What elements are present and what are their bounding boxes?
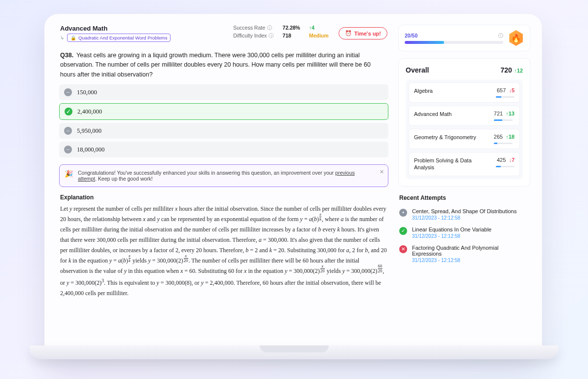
timer-label: Time's up!	[354, 31, 381, 37]
streak-flame-icon: 🔥	[508, 30, 524, 46]
choice-label: 5,950,000	[77, 127, 102, 135]
timer-badge: ⏰ Time's up!	[339, 27, 387, 39]
info-icon[interactable]: i	[269, 33, 274, 38]
category-bar	[496, 96, 515, 98]
minus-icon: −	[64, 88, 72, 96]
progress-fill	[405, 41, 444, 44]
overall-delta: ↑12	[514, 68, 523, 74]
category-bar-fill	[494, 143, 498, 144]
breadcrumb-arrow-icon: ↳	[60, 35, 64, 40]
explanation-body: Let y represent the number of cells per …	[56, 204, 391, 299]
category-score: 721	[494, 111, 503, 116]
success-rate-delta: ↑4	[309, 25, 329, 31]
congrats-banner: 🎉 Congratulations! You've successfully e…	[59, 164, 388, 187]
subject-title: Advanced Math	[60, 25, 223, 32]
category-item[interactable]: Geometry & Trigonometry 265 ↑18	[409, 129, 520, 149]
overall-score: 720	[500, 66, 512, 74]
info-icon[interactable]: i	[267, 25, 272, 30]
attempt-title: Linear Equations In One Variable	[412, 227, 491, 232]
minus-icon: −	[64, 127, 72, 135]
recent-attempts-section: Recent Attempts • Center, Spread, And Sh…	[398, 193, 530, 266]
progress-count: 20/50	[405, 33, 417, 38]
recent-heading: Recent Attempts	[399, 194, 529, 201]
overall-card: Overall 720 ↑12 Algebra 657 ↓5 Advance	[398, 58, 530, 187]
answer-choice[interactable]: − 5,950,000	[59, 123, 388, 139]
difficulty-label: Difficulty Indexi	[233, 33, 274, 38]
recent-attempt-item[interactable]: ✕ Factoring Quadratic And Polynomial Exp…	[398, 242, 530, 266]
minus-icon: −	[64, 146, 72, 153]
category-item[interactable]: Algebra 657 ↓5	[409, 82, 520, 103]
category-bar-fill	[494, 119, 502, 121]
categories-list: Algebra 657 ↓5 Advanced Math 721 ↑13 Geo…	[406, 79, 523, 179]
choice-label: 150,000	[77, 89, 97, 96]
category-score: 265	[494, 134, 503, 140]
answer-choice[interactable]: − 150,000	[59, 84, 388, 100]
app-window: Advanced Math ↳ 🔒 Quadratic And Exponent…	[44, 14, 542, 359]
category-name: Algebra	[414, 87, 492, 94]
progress-bar	[405, 41, 503, 44]
attempt-date: 31/12/2023 - 12:12:58	[412, 233, 491, 239]
alarm-icon: ⏰	[345, 30, 352, 37]
question-text: Yeast cells are growing in a liquid grow…	[60, 52, 371, 78]
success-rate-value: 72.28%	[282, 25, 300, 31]
topic-tag[interactable]: 🔒 Quadratic And Exponential Word Problem…	[67, 34, 171, 42]
category-score: 425	[497, 157, 506, 163]
category-bar-fill	[496, 96, 501, 98]
category-delta: ↑13	[506, 111, 515, 116]
difficulty-value: 718	[282, 33, 300, 38]
category-item[interactable]: Problem Solving & Data Analysis 425 ↓7	[409, 152, 520, 176]
recent-attempt-item[interactable]: ✓ Linear Equations In One Variable 31/12…	[398, 224, 530, 242]
device-notch	[260, 345, 329, 352]
success-rate-label: Success Ratei	[233, 25, 274, 31]
category-name: Advanced Math	[414, 111, 490, 117]
stats-grid: Success Ratei 72.28% ↑4 Difficulty Index…	[233, 25, 328, 38]
close-icon[interactable]: ✕	[380, 169, 384, 175]
topic-tag-label: Quadratic And Exponential Word Problems	[78, 35, 167, 40]
choice-label: 2,400,000	[77, 108, 102, 115]
check-icon: ✓	[65, 108, 72, 115]
attempt-title: Center, Spread, And Shape Of Distributio…	[412, 208, 517, 214]
category-item[interactable]: Advanced Math 721 ↑13	[409, 106, 520, 126]
attempt-status-icon: ✕	[399, 245, 407, 253]
category-name: Problem Solving & Data Analysis	[414, 157, 492, 171]
answer-choices: − 150,000 ✓ 2,400,000 − 5,950,000 − 18,0…	[56, 84, 391, 157]
category-delta: ↑18	[506, 134, 515, 140]
answer-choice[interactable]: − 18,000,000	[59, 142, 388, 157]
attempt-status-icon: ✓	[399, 227, 407, 235]
category-bar-fill	[496, 166, 501, 167]
category-bar	[494, 143, 513, 144]
overall-title: Overall	[406, 66, 429, 74]
main-content: Advanced Math ↳ 🔒 Quadratic And Exponent…	[56, 25, 391, 348]
question-header: Advanced Math ↳ 🔒 Quadratic And Exponent…	[56, 25, 391, 46]
question-number: Q38.	[60, 52, 73, 59]
category-name: Geometry & Trigonometry	[414, 134, 490, 141]
lock-icon: 🔒	[70, 35, 76, 40]
progress-card: 20/50 i 🔥	[398, 25, 530, 51]
attempt-status-icon: •	[399, 209, 407, 217]
category-bar	[496, 166, 515, 167]
choice-label: 18,000,000	[77, 146, 104, 153]
attempt-date: 31/12/2023 - 12:12:58	[412, 258, 529, 263]
question-body: Q38.Yeast cells are growing in a liquid …	[56, 46, 391, 84]
explanation-heading: Explanation	[56, 192, 391, 204]
category-delta: ↓5	[509, 87, 515, 93]
recent-attempt-item[interactable]: • Center, Spread, And Shape Of Distribut…	[398, 205, 530, 224]
difficulty-tag: Medium	[309, 33, 329, 38]
sidebar: 20/50 i 🔥 Overall 720 ↑12 Algebra 65	[398, 25, 530, 348]
category-delta: ↓7	[509, 157, 515, 163]
attempt-title: Factoring Quadratic And Polynomial Expre…	[412, 245, 529, 257]
category-score: 657	[497, 87, 506, 93]
answer-choice-correct[interactable]: ✓ 2,400,000	[59, 103, 388, 120]
category-bar	[494, 119, 513, 121]
attempt-date: 31/12/2023 - 12:12:58	[412, 215, 517, 221]
party-icon: 🎉	[65, 170, 73, 178]
congrats-text: Congratulations! You've successfully enh…	[78, 170, 374, 182]
info-icon[interactable]: i	[498, 33, 503, 38]
